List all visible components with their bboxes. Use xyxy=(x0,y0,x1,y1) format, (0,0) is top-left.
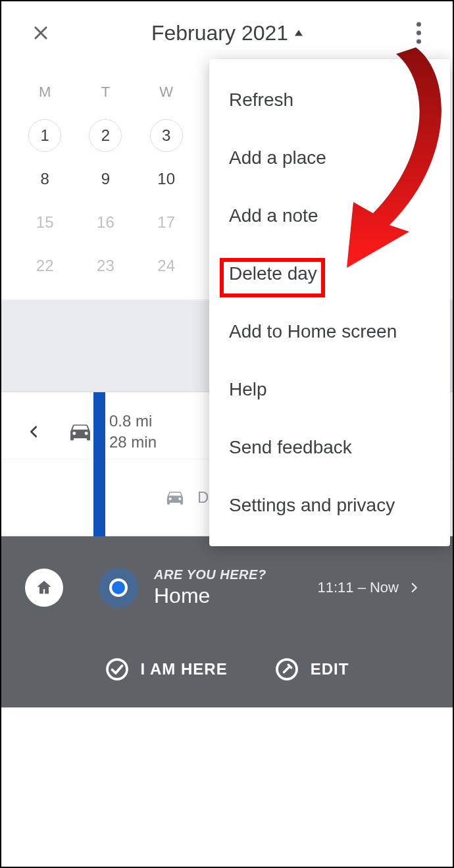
menu-item-delete-day[interactable]: Delete day xyxy=(209,245,450,303)
calendar-day-circled: 2 xyxy=(89,119,122,152)
kebab-dot xyxy=(416,30,421,35)
calendar-day[interactable]: 9 xyxy=(75,157,136,201)
home-icon xyxy=(35,578,53,597)
edit-circle-icon xyxy=(275,657,299,681)
collapse-icon xyxy=(295,30,303,36)
location-card: ARE YOU HERE? Home 11:11 – Now I AM HERE… xyxy=(1,536,453,707)
calendar-day[interactable]: 2 xyxy=(75,114,136,157)
calendar-day[interactable]: 10 xyxy=(136,157,197,201)
chevron-left-icon xyxy=(27,424,41,439)
menu-item-add-place[interactable]: Add a place xyxy=(209,129,450,187)
calendar-day-circled: 3 xyxy=(150,119,183,152)
action-label: EDIT xyxy=(311,660,349,678)
car-icon xyxy=(67,419,93,445)
action-label: I AM HERE xyxy=(141,660,228,678)
calendar-day[interactable]: 16 xyxy=(75,201,136,244)
svg-point-0 xyxy=(107,659,127,679)
menu-item-settings-privacy[interactable]: Settings and privacy xyxy=(209,476,450,534)
location-time: 11:11 – Now xyxy=(317,579,399,596)
close-icon xyxy=(32,24,50,42)
location-question: ARE YOU HERE? xyxy=(154,567,266,582)
edit-button[interactable]: EDIT xyxy=(275,657,349,681)
menu-item-refresh[interactable]: Refresh xyxy=(209,71,450,129)
location-actions: I AM HERE EDIT xyxy=(21,657,433,681)
car-icon xyxy=(164,487,186,508)
overflow-menu-button[interactable] xyxy=(410,15,428,50)
header: February 2021 xyxy=(1,1,453,64)
calendar-day[interactable]: 17 xyxy=(136,201,197,244)
calendar-day[interactable]: 8 xyxy=(14,157,75,201)
overflow-menu: Refresh Add a place Add a note Delete da… xyxy=(209,59,450,546)
dow-label: T xyxy=(75,70,136,114)
calendar-day[interactable]: 1 xyxy=(14,114,75,157)
calendar-day[interactable]: 23 xyxy=(75,244,136,288)
location-name: Home xyxy=(154,584,266,608)
month-picker[interactable]: February 2021 xyxy=(151,20,303,45)
location-time-button[interactable]: 11:11 – Now xyxy=(317,579,420,596)
calendar-day-circled: 1 xyxy=(28,119,61,152)
check-circle-icon xyxy=(105,657,129,681)
menu-item-send-feedback[interactable]: Send feedback xyxy=(209,419,450,476)
drive-distance: 0.8 mi xyxy=(109,411,157,431)
chevron-right-icon xyxy=(408,582,420,594)
current-location-dot xyxy=(99,568,138,607)
location-dot-icon xyxy=(109,578,128,597)
calendar-day[interactable]: 22 xyxy=(14,244,75,288)
i-am-here-button[interactable]: I AM HERE xyxy=(105,657,228,681)
kebab-dot xyxy=(416,22,421,26)
calendar-day[interactable]: 15 xyxy=(14,201,75,244)
back-button[interactable] xyxy=(1,424,67,439)
home-button[interactable] xyxy=(25,569,63,607)
dow-label: W xyxy=(136,70,197,114)
menu-item-add-note[interactable]: Add a note xyxy=(209,187,450,245)
calendar-day[interactable]: 24 xyxy=(136,244,197,288)
kebab-dot xyxy=(416,39,421,43)
menu-item-help[interactable]: Help xyxy=(209,361,450,419)
drive-duration: 28 min xyxy=(109,432,157,452)
month-title: February 2021 xyxy=(151,20,288,45)
calendar-day[interactable]: 3 xyxy=(136,114,197,157)
close-button[interactable] xyxy=(28,20,54,46)
dow-label: M xyxy=(14,70,75,114)
menu-item-add-home-screen[interactable]: Add to Home screen xyxy=(209,303,450,361)
